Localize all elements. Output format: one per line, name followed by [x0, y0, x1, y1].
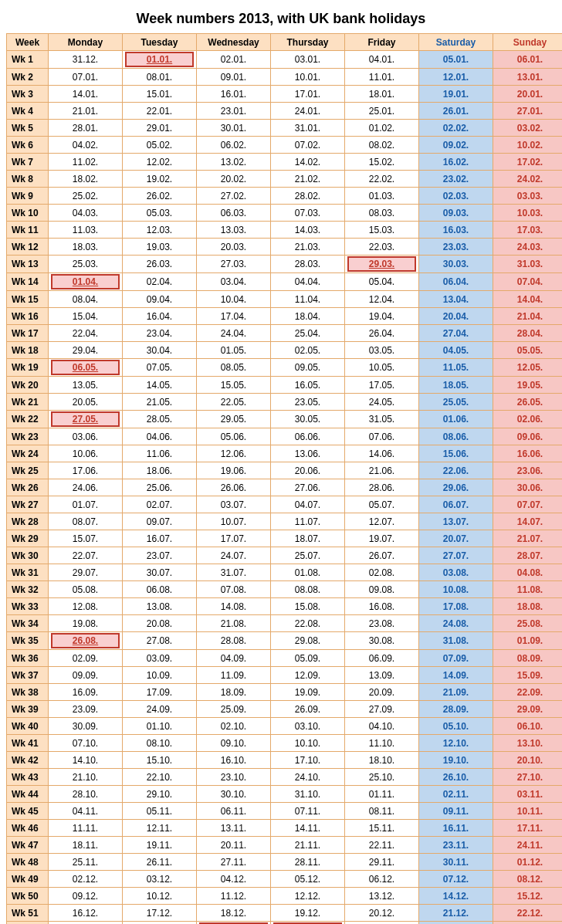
day-cell: 23.08.: [345, 615, 419, 632]
day-cell: 20.12.: [345, 905, 419, 922]
day-cell: 08.01.: [123, 69, 197, 86]
day-cell: 18.04.: [271, 308, 345, 325]
day-cell: 22.07.: [49, 547, 123, 564]
sunday-cell: 17.03.: [493, 222, 563, 239]
day-cell: 28.06.: [345, 479, 419, 496]
table-row: Wk 1615.04.16.04.17.04.18.04.19.04.20.04…: [7, 308, 563, 325]
day-cell: 30.07.: [123, 564, 197, 581]
day-cell: 02.07.: [123, 496, 197, 513]
table-row: Wk 1401.04.02.04.03.04.04.04.05.04.06.04…: [7, 273, 563, 291]
week-label: Wk 19: [7, 359, 49, 377]
day-cell: 04.04.: [271, 273, 345, 291]
day-cell: 14.02.: [271, 154, 345, 171]
holiday-cell: 06.05.: [49, 359, 123, 377]
day-cell: 08.02.: [345, 137, 419, 154]
day-cell: 01.10.: [123, 718, 197, 735]
day-cell: 15.05.: [197, 377, 271, 394]
day-cell: 26.11.: [123, 854, 197, 871]
day-cell: 04.06.: [123, 428, 197, 445]
saturday-cell: 13.04.: [419, 291, 493, 308]
saturday-cell: 29.06.: [419, 479, 493, 496]
week-label: Wk 32: [7, 581, 49, 598]
sunday-cell: 17.02.: [493, 154, 563, 171]
saturday-cell: 05.01.: [419, 51, 493, 69]
day-cell: 24.05.: [345, 394, 419, 411]
sunday-cell: 13.10.: [493, 735, 563, 752]
day-cell: 12.03.: [123, 222, 197, 239]
day-cell: 16.04.: [123, 308, 197, 325]
day-cell: 01.02.: [345, 120, 419, 137]
saturday-cell: 16.11.: [419, 820, 493, 837]
day-cell: 29.05.: [197, 411, 271, 428]
header-thursday: Thursday: [271, 34, 345, 51]
saturday-cell: 26.10.: [419, 769, 493, 786]
day-cell: 24.12.: [123, 922, 197, 925]
day-cell: 17.07.: [197, 530, 271, 547]
day-cell: 27.03.: [197, 256, 271, 273]
day-cell: 30.01.: [197, 120, 271, 137]
sunday-cell: 30.06.: [493, 479, 563, 496]
day-cell: 19.04.: [345, 308, 419, 325]
day-cell: 27.09.: [345, 701, 419, 718]
day-cell: 22.08.: [271, 615, 345, 632]
table-row: Wk 4718.11.19.11.20.11.21.11.22.11.23.11…: [7, 837, 563, 854]
day-cell: 12.08.: [49, 598, 123, 615]
day-cell: 17.09.: [123, 684, 197, 701]
holiday-date: 06.05.: [51, 360, 120, 375]
sunday-cell: 19.05.: [493, 377, 563, 394]
week-label: Wk 25: [7, 462, 49, 479]
day-cell: 24.04.: [197, 325, 271, 342]
table-row: Wk 3526.08.27.08.28.08.29.08.30.08.31.08…: [7, 632, 563, 650]
saturday-cell: 01.06.: [419, 411, 493, 428]
day-cell: 18.03.: [49, 239, 123, 256]
table-row: Wk 3816.09.17.09.18.09.19.09.20.09.21.09…: [7, 684, 563, 701]
day-cell: 18.09.: [197, 684, 271, 701]
day-cell: 01.03.: [345, 188, 419, 205]
holiday-cell: 26.08.: [49, 632, 123, 650]
day-cell: 19.08.: [49, 615, 123, 632]
day-cell: 20.02.: [197, 171, 271, 188]
day-cell: 29.04.: [49, 342, 123, 359]
holiday-cell: 25.12.: [197, 922, 271, 925]
day-cell: 22.04.: [49, 325, 123, 342]
day-cell: 24.01.: [271, 103, 345, 120]
day-cell: 11.12.: [197, 888, 271, 905]
table-row: Wk 4214.10.15.10.16.10.17.10.18.10.19.10…: [7, 752, 563, 769]
table-row: Wk 4902.12.03.12.04.12.05.12.06.12.07.12…: [7, 871, 563, 888]
day-cell: 17.04.: [197, 308, 271, 325]
sunday-cell: 24.11.: [493, 837, 563, 854]
day-cell: 22.10.: [123, 769, 197, 786]
table-row: Wk 3602.09.03.09.04.09.05.09.06.09.07.09…: [7, 650, 563, 667]
day-cell: 06.02.: [197, 137, 271, 154]
day-cell: 30.04.: [123, 342, 197, 359]
sunday-cell: 14.04.: [493, 291, 563, 308]
day-cell: 08.04.: [49, 291, 123, 308]
sunday-cell: 29.09.: [493, 701, 563, 718]
sunday-cell: 22.12.: [493, 905, 563, 922]
day-cell: 17.06.: [49, 462, 123, 479]
sunday-cell: 02.06.: [493, 411, 563, 428]
table-row: Wk 131.12.01.01.02.01.03.01.04.01.05.01.…: [7, 51, 563, 69]
day-cell: 19.06.: [197, 462, 271, 479]
day-cell: 20.11.: [197, 837, 271, 854]
saturday-cell: 19.10.: [419, 752, 493, 769]
week-label: Wk 50: [7, 888, 49, 905]
sunday-cell: 25.08.: [493, 615, 563, 632]
day-cell: 25.01.: [345, 103, 419, 120]
week-label: Wk 14: [7, 273, 49, 291]
week-label: Wk 46: [7, 820, 49, 837]
table-row: Wk 818.02.19.02.20.02.21.02.22.02.23.02.…: [7, 171, 563, 188]
header-monday: Monday: [49, 34, 123, 51]
day-cell: 13.09.: [345, 667, 419, 684]
sunday-cell: 20.10.: [493, 752, 563, 769]
table-row: Wk 3205.08.06.08.07.08.08.08.09.08.10.08…: [7, 581, 563, 598]
sunday-cell: 03.11.: [493, 786, 563, 803]
week-label: Wk 2: [7, 69, 49, 86]
saturday-cell: 28.09.: [419, 701, 493, 718]
holiday-cell: 01.01.: [123, 51, 197, 69]
week-label: Wk 33: [7, 598, 49, 615]
saturday-cell: 23.02.: [419, 171, 493, 188]
day-cell: 04.07.: [271, 496, 345, 513]
day-cell: 09.10.: [197, 735, 271, 752]
day-cell: 22.05.: [197, 394, 271, 411]
